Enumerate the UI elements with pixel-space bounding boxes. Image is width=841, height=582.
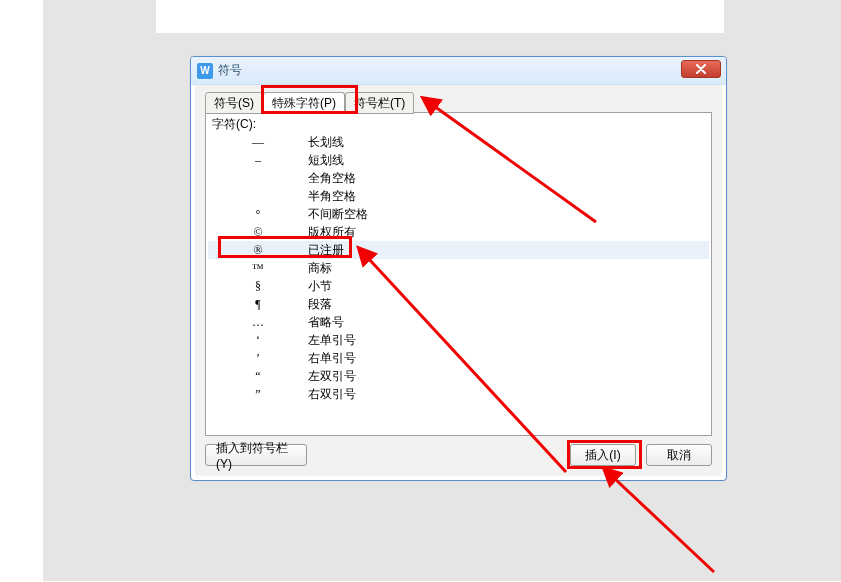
list-item-glyph: — (208, 135, 308, 150)
symbol-dialog: W 符号 符号(S) 特殊字符(P) 符号栏(T) 字符(C): —长划线–短划… (190, 56, 727, 481)
list-item-glyph: “ (208, 369, 308, 384)
list-item-desc: 省略号 (308, 314, 344, 331)
list-item[interactable]: ‘左单引号 (208, 331, 709, 349)
app-icon-letter: W (200, 66, 209, 76)
dialog-button-bar: 插入到符号栏(Y) 插入(I) 取消 (205, 444, 712, 468)
tab-symbols[interactable]: 符号(S) (205, 92, 263, 114)
tab-strip: 符号(S) 特殊字符(P) 符号栏(T) (205, 91, 414, 113)
list-item-desc: 段落 (308, 296, 332, 313)
list-item[interactable]: ”右双引号 (208, 385, 709, 403)
list-item-desc: 全角空格 (308, 170, 356, 187)
list-item-desc: 右单引号 (308, 350, 356, 367)
list-item[interactable]: —长划线 (208, 133, 709, 151)
list-item-glyph: ‘ (208, 333, 308, 348)
list-item[interactable]: ®已注册 (208, 241, 709, 259)
list-item-glyph: – (208, 153, 308, 168)
list-item[interactable]: °不间断空格 (208, 205, 709, 223)
list-item-desc: 短划线 (308, 152, 344, 169)
list-item-glyph: ® (208, 243, 308, 258)
list-item-glyph: ” (208, 387, 308, 402)
list-item-desc: 长划线 (308, 134, 344, 151)
dialog-titlebar: W 符号 (191, 57, 726, 85)
list-item-glyph: ™ (208, 261, 308, 276)
list-item-desc: 商标 (308, 260, 332, 277)
list-item[interactable]: “左双引号 (208, 367, 709, 385)
list-item-glyph: ¶ (208, 297, 308, 312)
list-item[interactable]: ©版权所有 (208, 223, 709, 241)
dialog-title: 符号 (218, 62, 242, 79)
insert-button[interactable]: 插入(I) (570, 444, 636, 466)
list-item-desc: 不间断空格 (308, 206, 368, 223)
list-item-desc: 小节 (308, 278, 332, 295)
tab-symbol-bar[interactable]: 符号栏(T) (345, 92, 414, 114)
list-item-glyph: … (208, 315, 308, 330)
close-button[interactable] (681, 60, 721, 78)
tab-special-chars[interactable]: 特殊字符(P) (263, 92, 345, 114)
list-item[interactable]: §小节 (208, 277, 709, 295)
chars-panel: 字符(C): —长划线–短划线全角空格半角空格°不间断空格©版权所有®已注册™商… (205, 112, 712, 436)
list-item-desc: 左单引号 (308, 332, 356, 349)
list-item[interactable]: …省略号 (208, 313, 709, 331)
list-item-desc: 右双引号 (308, 386, 356, 403)
list-item-desc: 左双引号 (308, 368, 356, 385)
list-item[interactable]: ’右单引号 (208, 349, 709, 367)
list-item-glyph: ’ (208, 351, 308, 366)
add-to-symbol-bar-button[interactable]: 插入到符号栏(Y) (205, 444, 307, 466)
chars-list[interactable]: —长划线–短划线全角空格半角空格°不间断空格©版权所有®已注册™商标§小节¶段落… (208, 133, 709, 433)
list-item-desc: 已注册 (308, 242, 344, 259)
app-icon: W (197, 63, 213, 79)
panel-label: 字符(C): (212, 116, 256, 133)
list-item[interactable]: 半角空格 (208, 187, 709, 205)
close-icon (695, 64, 707, 74)
list-item-desc: 版权所有 (308, 224, 356, 241)
list-item[interactable]: ¶段落 (208, 295, 709, 313)
document-page (156, 0, 724, 33)
dialog-client-area: 符号(S) 特殊字符(P) 符号栏(T) 字符(C): —长划线–短划线全角空格… (195, 85, 722, 476)
list-item-glyph: § (208, 279, 308, 294)
cancel-button[interactable]: 取消 (646, 444, 712, 466)
list-item-desc: 半角空格 (308, 188, 356, 205)
list-item[interactable]: –短划线 (208, 151, 709, 169)
list-item-glyph: © (208, 225, 308, 240)
list-item-glyph: ° (208, 207, 308, 222)
list-item[interactable]: ™商标 (208, 259, 709, 277)
list-item[interactable]: 全角空格 (208, 169, 709, 187)
